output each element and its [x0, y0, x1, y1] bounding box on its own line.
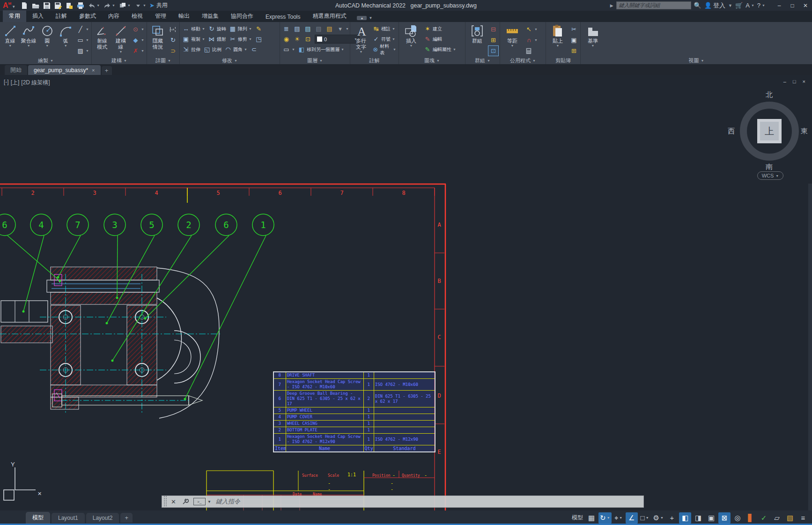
panel-label-建構[interactable]: 建構▼ — [92, 57, 147, 64]
clean-screen-toggle[interactable]: ▱ — [771, 512, 783, 524]
app-store-cart-icon[interactable]: 🛒 — [735, 2, 743, 9]
move-button[interactable]: ↔移動▼ — [181, 24, 206, 34]
crosshair-toggle[interactable]: + — [666, 512, 678, 524]
arc-button[interactable]: 弧▼ — [57, 23, 75, 57]
scale-button[interactable]: ◱比例 — [202, 44, 222, 54]
undo-button[interactable]: ▼ — [87, 0, 101, 10]
trim-button[interactable]: ✂修剪▼ — [228, 34, 253, 44]
new-file-button[interactable] — [19, 0, 30, 10]
ribbon-tab-參數式[interactable]: 參數式 — [73, 10, 102, 22]
command-line-bar[interactable]: ✕ >_ ▼ 鍵入指令 — [162, 495, 644, 508]
base-view-button[interactable]: 基準▼ — [582, 23, 604, 57]
print-button[interactable] — [75, 0, 86, 10]
panel-label-群組[interactable]: 群組▼ — [465, 57, 500, 64]
panel-label-圖層[interactable]: 圖層▼ — [280, 57, 350, 64]
section-line-button[interactable]: A-A — [168, 24, 178, 34]
search-icon[interactable]: 🔍 — [694, 2, 701, 9]
erase-construction-button[interactable]: ✗▼ — [131, 46, 145, 56]
mtext-button[interactable]: A多行 文字▼ — [352, 23, 370, 57]
object-snap-toggle[interactable]: □▼ — [639, 512, 651, 524]
workspace-switch-caret-icon[interactable]: ▼ — [127, 4, 131, 7]
auto-construction-button[interactable]: ◆▼ — [131, 35, 145, 45]
bom-button[interactable]: ⊗材料表▼ — [371, 44, 397, 54]
insert-block-button[interactable]: 插入▼ — [400, 23, 422, 57]
layout-tab-模型[interactable]: 模型 — [26, 512, 50, 524]
ribbon-collapse-button[interactable]: ▲▼ — [357, 16, 372, 20]
panel-label-詳圖[interactable]: 詳圖▼ — [147, 57, 179, 64]
layer-off-button[interactable]: ▤ — [314, 24, 324, 34]
file-tab-add-button[interactable]: + — [102, 66, 112, 75]
layout-add-button[interactable]: + — [120, 513, 133, 523]
mirror-button[interactable]: ⋈鏡射 — [207, 34, 227, 44]
ribbon-tab-註解[interactable]: 註解 — [50, 10, 73, 22]
layer-walk-button[interactable]: ▤ — [325, 24, 334, 34]
file-tab-start[interactable]: 開始 — [5, 65, 27, 75]
ui-lock-toggle[interactable]: ⊠ — [718, 512, 731, 524]
copy-button[interactable]: ▣複製▼ — [181, 34, 206, 44]
save-as-button[interactable] — [53, 0, 63, 10]
ribbon-tab-輸出[interactable]: 輸出 — [172, 10, 196, 22]
grid-display-toggle[interactable]: ▦ — [585, 512, 598, 524]
wcs-selector[interactable]: WCS▼ — [757, 171, 783, 180]
plot-batch-button[interactable] — [64, 0, 74, 10]
stretch-button[interactable]: ⇲拉伸 — [181, 44, 201, 54]
layer-properties-button[interactable]: ≣ — [281, 24, 291, 34]
viewport-visual-style-control[interactable]: [2D 線架構] — [21, 79, 50, 87]
annotation-scale-toggle[interactable]: ▣ — [705, 512, 717, 524]
viewcube[interactable]: 北 南 西 東 上 — [739, 101, 800, 162]
calculator-button[interactable] — [524, 46, 539, 56]
panel-label-修改[interactable]: 修改▼ — [180, 57, 280, 64]
drawing-canvas[interactable]: [-] [上] [2D 線架構] ‒ □ × — [0, 75, 812, 510]
minimize-button[interactable]: – — [773, 0, 786, 11]
ribbon-tab-檢視[interactable]: 檢視 — [125, 10, 149, 22]
recent-commands-icon[interactable]: >_ — [193, 498, 206, 505]
workspace-check-toggle[interactable]: ✓ — [758, 512, 770, 524]
share-button[interactable]: ➤ 共用 — [149, 1, 168, 9]
ribbon-tab-增益集[interactable]: 增益集 — [196, 10, 225, 22]
snap-settings-gear-toggle[interactable]: ⚙▼ — [652, 512, 665, 524]
construction-line2-button[interactable]: 建構 線▼ — [112, 23, 130, 57]
viewcube-west[interactable]: 西 — [728, 127, 735, 136]
group-select-button[interactable]: ⊡ — [488, 46, 498, 56]
qat-more-button[interactable]: ▼ — [133, 0, 148, 10]
ribbon-tab-常用[interactable]: 常用 — [3, 10, 26, 22]
bom-parts-list[interactable]: 8DRIVE SHAFT17Hexagon Socket Head Cap Sc… — [273, 371, 436, 452]
annotation-autoscale-toggle[interactable]: ◨ — [692, 512, 704, 524]
ribbon-tab-內容[interactable]: 內容 — [102, 10, 125, 22]
snap-mode-toggle[interactable]: ⌖▼ — [613, 512, 625, 524]
doc-close-icon[interactable]: × — [803, 79, 805, 84]
rotate-button[interactable]: ↻旋轉 — [207, 24, 227, 34]
ribbon-tab-管理[interactable]: 管理 — [149, 10, 172, 22]
dynamic-ucs-toggle[interactable]: ↻▼ — [598, 512, 612, 524]
group-edit-button[interactable]: ⊞ — [488, 35, 498, 45]
viewport-view-control[interactable]: [上] — [11, 79, 20, 87]
panel-label-視圖[interactable]: 視圖▼ — [581, 57, 812, 64]
isolate-objects-toggle[interactable]: ◎ — [731, 512, 744, 524]
close-button[interactable]: ✕ — [799, 0, 812, 11]
polar-tracking-toggle[interactable]: ∠ — [626, 512, 638, 524]
command-bar-close-icon[interactable]: ✕ — [168, 498, 179, 505]
array-button[interactable]: ▦陣列▼ — [228, 24, 253, 34]
panel-label-圖塊[interactable]: 圖塊▼ — [399, 57, 465, 64]
polyline-button[interactable]: 聚合線▼ — [20, 23, 38, 57]
layout-tab-Layout2[interactable]: Layout2 — [86, 513, 119, 523]
workspace-switch-button[interactable]: ▼ — [118, 0, 132, 10]
hatch-button[interactable]: ▨▼ — [75, 46, 90, 56]
ungroup-button[interactable]: ⊟ — [488, 24, 498, 34]
paste-button[interactable]: 貼上▼ — [547, 23, 568, 57]
quick-select-button[interactable]: ↖▼ — [524, 24, 539, 34]
layer-thaw-button[interactable]: ☀ — [292, 34, 302, 44]
layer-on-button[interactable]: ◉ — [281, 34, 291, 44]
shape-detail-button[interactable]: ⊃ — [168, 46, 178, 56]
erase-button[interactable]: ✎ — [254, 24, 264, 34]
dimension-button[interactable]: ↹標註▼ — [371, 24, 396, 34]
undo-caret-icon[interactable]: ▼ — [96, 4, 100, 7]
command-bar-customize-wrench-icon[interactable] — [179, 498, 192, 505]
sign-in-caret-icon[interactable]: ▼ — [728, 3, 732, 8]
open-file-button[interactable] — [30, 0, 41, 10]
vertical-scrollbar[interactable] — [808, 184, 812, 510]
construction-line-button[interactable]: ╱▼ — [75, 24, 90, 34]
customization-menu-toggle[interactable]: ≡ — [797, 512, 809, 524]
line-button[interactable]: 直線▼ — [1, 23, 19, 57]
save-button[interactable] — [42, 0, 52, 10]
